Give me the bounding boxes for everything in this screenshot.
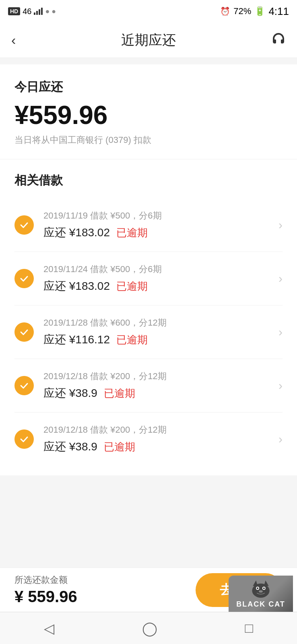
loan-date-4: 2019/12/18 借款 ¥200，分12期 [43,424,274,436]
battery-level: 72% [233,6,251,17]
nav-bar: ◁ ◯ □ [0,612,297,644]
check-circle-3 [14,376,34,395]
time-display: 4:11 [268,5,289,18]
loan-item[interactable]: 2019/11/19 借款 ¥500，分6期 应还 ¥183.02 已逾期 › [14,198,283,252]
loan-amount-1: 应还 ¥183.02 [43,279,110,294]
svg-marker-2 [264,580,269,586]
overdue-badge-4: 已逾期 [104,440,135,454]
signal-bars [34,8,43,15]
loan-item[interactable]: 2019/11/24 借款 ¥500，分6期 应还 ¥183.02 已逾期 › [14,252,283,305]
hd-badge: HD [8,7,20,15]
network-label: 46 [23,7,31,16]
overdue-badge-3: 已逾期 [104,386,135,400]
status-left: HD 46 ● ● [8,7,56,16]
loan-date-1: 2019/11/24 借款 ¥500，分6期 [43,263,274,275]
status-bar: HD 46 ● ● ⏰ 72% 🔋 4:11 [0,0,297,23]
overdue-badge-0: 已逾期 [116,226,148,240]
page-title: 近期应还 [121,31,176,50]
alarm-icon: ⏰ [220,6,230,16]
content-spacer [0,475,297,556]
signal-bar-4 [41,8,43,15]
nav-home-button[interactable]: ◯ [142,620,157,636]
headset-button[interactable] [271,31,286,49]
related-section: 相关借款 2019/11/19 借款 ¥500，分6期 应还 ¥183.02 已… [14,159,283,466]
chevron-right-icon-3: › [278,379,283,392]
overdue-badge-1: 已逾期 [116,279,148,293]
related-label: 相关借款 [14,172,283,189]
back-button[interactable]: ‹ [11,32,16,48]
check-circle-0 [14,215,34,235]
loan-item[interactable]: 2019/12/18 借款 ¥200，分12期 应还 ¥38.9 已逾期 › [14,359,283,413]
chevron-right-icon-1: › [278,272,283,285]
check-circle-1 [14,269,34,288]
loan-info-4: 2019/12/18 借款 ¥200，分12期 应还 ¥38.9 已逾期 [43,424,274,454]
blackcat-logo: BLACK CAT [229,576,293,612]
today-amount: ¥559.96 [14,100,283,130]
loan-date-0: 2019/11/19 借款 ¥500，分6期 [43,210,274,222]
loan-amount-line-3: 应还 ¥38.9 已逾期 [43,386,274,401]
svg-point-6 [263,588,265,589]
loan-amount-line-2: 应还 ¥116.12 已逾期 [43,332,274,347]
svg-point-7 [259,590,263,592]
signal-bar-2 [36,11,38,15]
today-label: 今日应还 [14,79,283,95]
signal-bar-1 [34,12,35,15]
today-subtext: 当日将从中国工商银行 (0379) 扣款 [14,134,283,146]
loan-amount-line-4: 应还 ¥38.9 已逾期 [43,439,274,454]
nav-recent-button[interactable]: □ [245,620,254,636]
loan-amount-2: 应还 ¥116.12 [43,332,110,347]
loan-item[interactable]: 2019/12/18 借款 ¥200，分12期 应还 ¥38.9 已逾期 › [14,413,283,466]
loan-amount-3: 应还 ¥38.9 [43,386,97,401]
loan-info-1: 2019/11/24 借款 ¥500，分6期 应还 ¥183.02 已逾期 [43,263,274,294]
nav-back-button[interactable]: ◁ [44,620,54,636]
loan-date-2: 2019/11/28 借款 ¥600，分12期 [43,317,274,329]
loan-info-3: 2019/12/18 借款 ¥200，分12期 应还 ¥38.9 已逾期 [43,370,274,401]
loan-info-0: 2019/11/19 借款 ¥500，分6期 应还 ¥183.02 已逾期 [43,210,274,240]
main-content: 今日应还 ¥559.96 当日将从中国工商银行 (0379) 扣款 相关借款 2… [0,64,297,475]
chevron-right-icon-2: › [278,325,283,339]
loan-date-3: 2019/12/18 借款 ¥200，分12期 [43,370,274,382]
selected-amount-section: 所选还款金额 ¥ 559.96 [14,574,77,606]
check-circle-2 [14,322,34,342]
today-section: 今日应还 ¥559.96 当日将从中国工商银行 (0379) 扣款 [14,79,283,146]
battery-icon: 🔋 [254,6,265,17]
blackcat-text: BLACK CAT [236,600,285,609]
selected-amount: ¥ 559.96 [14,588,77,606]
selected-label: 所选还款金额 [14,574,77,586]
app-icons: ● ● [45,7,56,16]
loan-info-2: 2019/11/28 借款 ¥600，分12期 应还 ¥116.12 已逾期 [43,317,274,347]
chevron-right-icon-0: › [278,218,283,232]
svg-marker-1 [253,580,258,586]
status-right: ⏰ 72% 🔋 4:11 [220,5,289,18]
loan-item[interactable]: 2019/11/28 借款 ¥600，分12期 应还 ¥116.12 已逾期 › [14,305,283,359]
loan-amount-line-0: 应还 ¥183.02 已逾期 [43,225,274,240]
chevron-right-icon-4: › [278,432,283,446]
loan-amount-4: 应还 ¥38.9 [43,439,97,454]
overdue-badge-2: 已逾期 [116,333,148,347]
check-circle-4 [14,429,34,449]
blackcat-watermark: BLACK CAT [225,564,297,612]
signal-bar-3 [39,9,40,15]
loan-amount-line-1: 应还 ¥183.02 已逾期 [43,279,274,294]
svg-point-5 [257,588,258,589]
loan-amount-0: 应还 ¥183.02 [43,225,110,240]
header: ‹ 近期应还 [0,23,297,58]
loan-list: 2019/11/19 借款 ¥500，分6期 应还 ¥183.02 已逾期 › … [14,198,283,466]
